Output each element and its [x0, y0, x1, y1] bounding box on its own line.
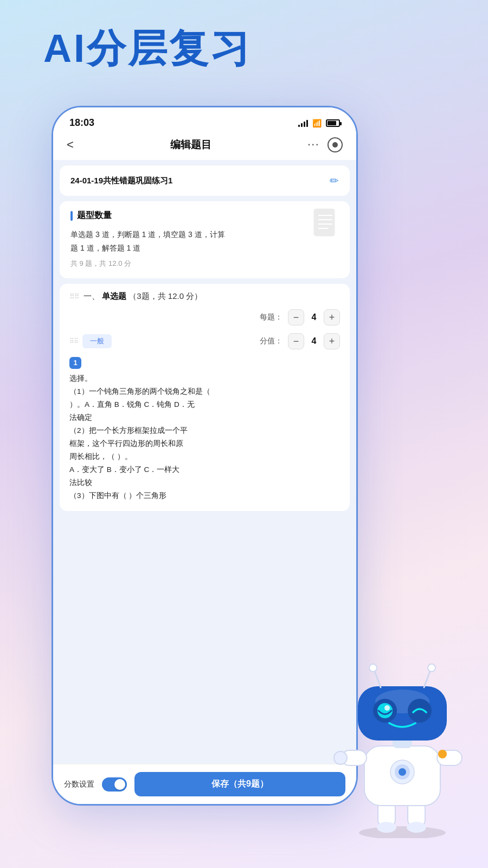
signal-icon — [298, 119, 308, 127]
phone-frame: 18:03 📶 < 编辑题目 — [52, 106, 358, 806]
more-button[interactable]: ··· — [308, 140, 320, 150]
per-score-row: 每题： − 4 + — [69, 309, 340, 326]
sub-score-plus[interactable]: + — [324, 333, 340, 349]
back-button[interactable]: < — [67, 138, 74, 152]
per-score-value: 4 — [309, 312, 319, 322]
nav-title: 编辑题目 — [170, 138, 211, 152]
sub-score-value: 4 — [309, 336, 319, 346]
svg-point-25 — [384, 705, 390, 711]
record-button[interactable] — [328, 137, 343, 152]
svg-line-18 — [374, 670, 381, 687]
svg-line-20 — [424, 670, 431, 687]
paper-decoration — [312, 208, 339, 241]
page-title: AI分层复习 — [43, 27, 252, 70]
drag-dots: ⠿⠿ — [69, 292, 79, 301]
per-score-control: − 4 + — [288, 309, 340, 326]
svg-point-14 — [438, 750, 447, 758]
svg-point-8 — [377, 822, 396, 833]
question-1: 1 选择。 （1）一个钝角三角形的两个锐角之和是（ ）。A．直角 B．锐角 C．… — [69, 357, 340, 502]
phone-inner: 18:03 📶 < 编辑题目 — [53, 107, 356, 804]
nav-actions: ··· — [308, 137, 343, 152]
bottom-bar: 分数设置 保存（共9题） — [53, 764, 356, 804]
toggle-knob — [114, 779, 125, 790]
sub-score-label: 分值： — [260, 336, 282, 346]
per-score-minus[interactable]: − — [288, 309, 304, 326]
score-setting-label: 分数设置 — [64, 780, 94, 789]
sub-item-right: 分值： − 4 + — [260, 333, 340, 349]
sub-item-left: ⠿⠿ 一般 — [69, 334, 112, 348]
sub-score-control: − 4 + — [288, 333, 340, 349]
qtype-bar — [70, 211, 73, 221]
svg-point-28 — [399, 768, 406, 776]
q-badge: 1 — [69, 357, 81, 369]
sub-score-minus[interactable]: − — [288, 333, 304, 349]
section-one-card: ⠿⠿ 一、 单选题 （3题，共 12.0 分） 每题： − 4 + — [60, 284, 350, 511]
per-score-plus[interactable]: + — [324, 309, 340, 326]
toggle-switch[interactable] — [102, 777, 127, 792]
nav-header: < 编辑题目 ··· — [53, 133, 356, 160]
svg-point-5 — [359, 826, 446, 838]
section-title: 一、 单选题 （3题，共 12.0 分） — [84, 291, 202, 302]
qtype-description: 单选题 3 道，判断题 1 道，填空题 3 道，计算 题 1 道，解答题 1 道 — [70, 228, 339, 254]
svg-point-12 — [334, 751, 347, 764]
svg-rect-0 — [314, 209, 335, 236]
robot-illustration — [326, 654, 478, 838]
content-area: 24-01-19共性错题巩固练习1 ✏ 题型数量 — [53, 160, 356, 764]
sub-tag: 一般 — [82, 334, 112, 348]
qtype-card: 题型数量 单选题 3 道，判断题 1 道，填空题 3 道，计算 题 1 道，解答… — [60, 201, 350, 278]
edit-icon[interactable]: ✏ — [330, 174, 339, 187]
svg-point-21 — [428, 664, 435, 672]
svg-point-23 — [408, 699, 432, 723]
exercise-title: 24-01-19共性错题巩固练习1 — [70, 176, 172, 186]
qtype-total: 共 9 题，共 12.0 分 — [70, 259, 339, 269]
section-header: ⠿⠿ 一、 单选题 （3题，共 12.0 分） — [69, 291, 340, 302]
sub-item-row: ⠿⠿ 一般 分值： − 4 + — [69, 333, 340, 349]
save-button[interactable]: 保存（共9题） — [134, 772, 345, 796]
svg-point-24 — [377, 703, 393, 718]
status-time: 18:03 — [69, 117, 94, 129]
battery-icon — [326, 119, 340, 127]
svg-point-9 — [407, 822, 426, 833]
qtype-title: 题型数量 — [77, 210, 112, 221]
wifi-icon: 📶 — [312, 119, 322, 127]
title-card: 24-01-19共性错题巩固练习1 ✏ — [60, 165, 350, 196]
svg-point-19 — [369, 664, 377, 672]
qtype-header: 题型数量 — [70, 210, 339, 221]
status-bar: 18:03 📶 — [53, 107, 356, 133]
status-icons: 📶 — [298, 119, 340, 127]
question-text: 选择。 （1）一个钝角三角形的两个锐角之和是（ ）。A．直角 B．锐角 C．钝角… — [69, 372, 340, 502]
per-score-label: 每题： — [260, 312, 282, 322]
sub-drag-dots: ⠿⠿ — [69, 337, 78, 345]
